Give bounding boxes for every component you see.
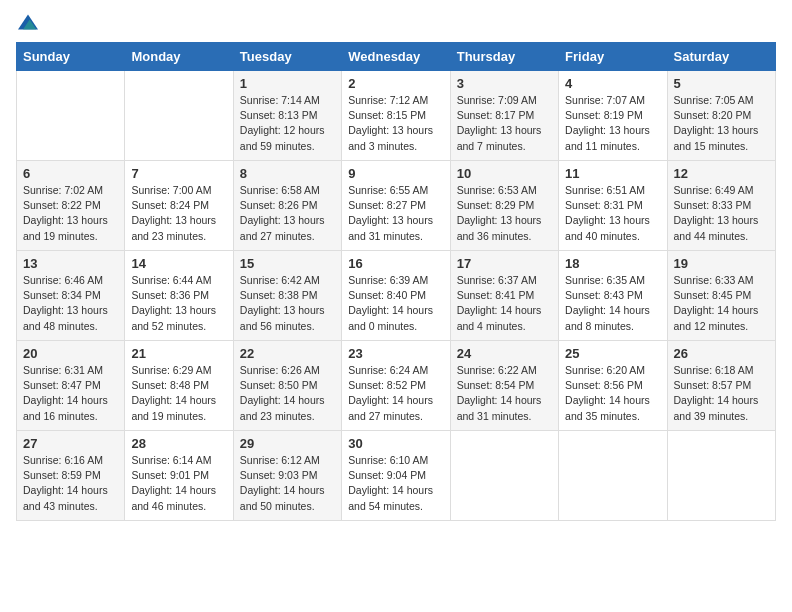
day-cell: 3Sunrise: 7:09 AMSunset: 8:17 PMDaylight… (450, 71, 558, 161)
day-number: 18 (565, 256, 660, 271)
week-row-5: 27Sunrise: 6:16 AMSunset: 8:59 PMDayligh… (17, 431, 776, 521)
day-cell: 24Sunrise: 6:22 AMSunset: 8:54 PMDayligh… (450, 341, 558, 431)
week-row-3: 13Sunrise: 6:46 AMSunset: 8:34 PMDayligh… (17, 251, 776, 341)
day-number: 28 (131, 436, 226, 451)
day-cell: 8Sunrise: 6:58 AMSunset: 8:26 PMDaylight… (233, 161, 341, 251)
day-cell: 13Sunrise: 6:46 AMSunset: 8:34 PMDayligh… (17, 251, 125, 341)
day-number: 24 (457, 346, 552, 361)
day-cell: 4Sunrise: 7:07 AMSunset: 8:19 PMDaylight… (559, 71, 667, 161)
day-number: 2 (348, 76, 443, 91)
day-info: Sunrise: 6:31 AMSunset: 8:47 PMDaylight:… (23, 364, 108, 422)
day-cell (125, 71, 233, 161)
header-day-wednesday: Wednesday (342, 43, 450, 71)
calendar-table: SundayMondayTuesdayWednesdayThursdayFrid… (16, 42, 776, 521)
day-cell: 2Sunrise: 7:12 AMSunset: 8:15 PMDaylight… (342, 71, 450, 161)
day-info: Sunrise: 6:26 AMSunset: 8:50 PMDaylight:… (240, 364, 325, 422)
day-info: Sunrise: 6:16 AMSunset: 8:59 PMDaylight:… (23, 454, 108, 512)
day-number: 13 (23, 256, 118, 271)
day-number: 26 (674, 346, 769, 361)
day-info: Sunrise: 7:09 AMSunset: 8:17 PMDaylight:… (457, 94, 542, 152)
day-info: Sunrise: 6:14 AMSunset: 9:01 PMDaylight:… (131, 454, 216, 512)
day-cell: 14Sunrise: 6:44 AMSunset: 8:36 PMDayligh… (125, 251, 233, 341)
day-info: Sunrise: 6:33 AMSunset: 8:45 PMDaylight:… (674, 274, 759, 332)
day-info: Sunrise: 6:58 AMSunset: 8:26 PMDaylight:… (240, 184, 325, 242)
day-info: Sunrise: 6:20 AMSunset: 8:56 PMDaylight:… (565, 364, 650, 422)
day-cell: 23Sunrise: 6:24 AMSunset: 8:52 PMDayligh… (342, 341, 450, 431)
day-cell: 21Sunrise: 6:29 AMSunset: 8:48 PMDayligh… (125, 341, 233, 431)
day-cell: 10Sunrise: 6:53 AMSunset: 8:29 PMDayligh… (450, 161, 558, 251)
day-info: Sunrise: 7:00 AMSunset: 8:24 PMDaylight:… (131, 184, 216, 242)
page-header (16, 16, 776, 32)
day-info: Sunrise: 7:07 AMSunset: 8:19 PMDaylight:… (565, 94, 650, 152)
day-number: 4 (565, 76, 660, 91)
day-cell: 20Sunrise: 6:31 AMSunset: 8:47 PMDayligh… (17, 341, 125, 431)
day-cell: 30Sunrise: 6:10 AMSunset: 9:04 PMDayligh… (342, 431, 450, 521)
day-cell: 25Sunrise: 6:20 AMSunset: 8:56 PMDayligh… (559, 341, 667, 431)
day-info: Sunrise: 6:10 AMSunset: 9:04 PMDaylight:… (348, 454, 433, 512)
day-info: Sunrise: 7:05 AMSunset: 8:20 PMDaylight:… (674, 94, 759, 152)
day-info: Sunrise: 7:02 AMSunset: 8:22 PMDaylight:… (23, 184, 108, 242)
day-cell: 16Sunrise: 6:39 AMSunset: 8:40 PMDayligh… (342, 251, 450, 341)
day-number: 23 (348, 346, 443, 361)
day-cell: 19Sunrise: 6:33 AMSunset: 8:45 PMDayligh… (667, 251, 775, 341)
day-number: 21 (131, 346, 226, 361)
day-info: Sunrise: 7:12 AMSunset: 8:15 PMDaylight:… (348, 94, 433, 152)
day-info: Sunrise: 6:55 AMSunset: 8:27 PMDaylight:… (348, 184, 433, 242)
header-day-tuesday: Tuesday (233, 43, 341, 71)
day-number: 11 (565, 166, 660, 181)
day-info: Sunrise: 6:39 AMSunset: 8:40 PMDaylight:… (348, 274, 433, 332)
day-number: 1 (240, 76, 335, 91)
day-info: Sunrise: 6:51 AMSunset: 8:31 PMDaylight:… (565, 184, 650, 242)
header-day-friday: Friday (559, 43, 667, 71)
day-info: Sunrise: 6:29 AMSunset: 8:48 PMDaylight:… (131, 364, 216, 422)
day-cell: 7Sunrise: 7:00 AMSunset: 8:24 PMDaylight… (125, 161, 233, 251)
day-info: Sunrise: 6:22 AMSunset: 8:54 PMDaylight:… (457, 364, 542, 422)
header-day-sunday: Sunday (17, 43, 125, 71)
day-number: 14 (131, 256, 226, 271)
day-number: 16 (348, 256, 443, 271)
day-cell: 28Sunrise: 6:14 AMSunset: 9:01 PMDayligh… (125, 431, 233, 521)
header-row: SundayMondayTuesdayWednesdayThursdayFrid… (17, 43, 776, 71)
week-row-4: 20Sunrise: 6:31 AMSunset: 8:47 PMDayligh… (17, 341, 776, 431)
day-number: 17 (457, 256, 552, 271)
day-info: Sunrise: 6:35 AMSunset: 8:43 PMDaylight:… (565, 274, 650, 332)
header-day-saturday: Saturday (667, 43, 775, 71)
week-row-2: 6Sunrise: 7:02 AMSunset: 8:22 PMDaylight… (17, 161, 776, 251)
day-cell: 22Sunrise: 6:26 AMSunset: 8:50 PMDayligh… (233, 341, 341, 431)
day-info: Sunrise: 6:24 AMSunset: 8:52 PMDaylight:… (348, 364, 433, 422)
day-cell: 11Sunrise: 6:51 AMSunset: 8:31 PMDayligh… (559, 161, 667, 251)
day-number: 3 (457, 76, 552, 91)
day-cell: 1Sunrise: 7:14 AMSunset: 8:13 PMDaylight… (233, 71, 341, 161)
day-number: 19 (674, 256, 769, 271)
day-number: 15 (240, 256, 335, 271)
day-number: 9 (348, 166, 443, 181)
day-cell: 27Sunrise: 6:16 AMSunset: 8:59 PMDayligh… (17, 431, 125, 521)
logo (16, 16, 40, 32)
day-info: Sunrise: 7:14 AMSunset: 8:13 PMDaylight:… (240, 94, 325, 152)
day-cell (17, 71, 125, 161)
day-cell: 12Sunrise: 6:49 AMSunset: 8:33 PMDayligh… (667, 161, 775, 251)
day-info: Sunrise: 6:37 AMSunset: 8:41 PMDaylight:… (457, 274, 542, 332)
day-info: Sunrise: 6:18 AMSunset: 8:57 PMDaylight:… (674, 364, 759, 422)
day-number: 29 (240, 436, 335, 451)
day-info: Sunrise: 6:12 AMSunset: 9:03 PMDaylight:… (240, 454, 325, 512)
day-number: 27 (23, 436, 118, 451)
day-cell: 15Sunrise: 6:42 AMSunset: 8:38 PMDayligh… (233, 251, 341, 341)
day-info: Sunrise: 6:44 AMSunset: 8:36 PMDaylight:… (131, 274, 216, 332)
day-cell: 26Sunrise: 6:18 AMSunset: 8:57 PMDayligh… (667, 341, 775, 431)
day-number: 20 (23, 346, 118, 361)
day-number: 5 (674, 76, 769, 91)
logo-icon (18, 12, 38, 32)
day-number: 8 (240, 166, 335, 181)
day-cell (667, 431, 775, 521)
day-info: Sunrise: 6:53 AMSunset: 8:29 PMDaylight:… (457, 184, 542, 242)
day-cell: 9Sunrise: 6:55 AMSunset: 8:27 PMDaylight… (342, 161, 450, 251)
day-cell: 18Sunrise: 6:35 AMSunset: 8:43 PMDayligh… (559, 251, 667, 341)
day-cell: 5Sunrise: 7:05 AMSunset: 8:20 PMDaylight… (667, 71, 775, 161)
day-cell: 6Sunrise: 7:02 AMSunset: 8:22 PMDaylight… (17, 161, 125, 251)
day-info: Sunrise: 6:42 AMSunset: 8:38 PMDaylight:… (240, 274, 325, 332)
day-info: Sunrise: 6:49 AMSunset: 8:33 PMDaylight:… (674, 184, 759, 242)
day-number: 22 (240, 346, 335, 361)
day-number: 25 (565, 346, 660, 361)
day-cell: 17Sunrise: 6:37 AMSunset: 8:41 PMDayligh… (450, 251, 558, 341)
